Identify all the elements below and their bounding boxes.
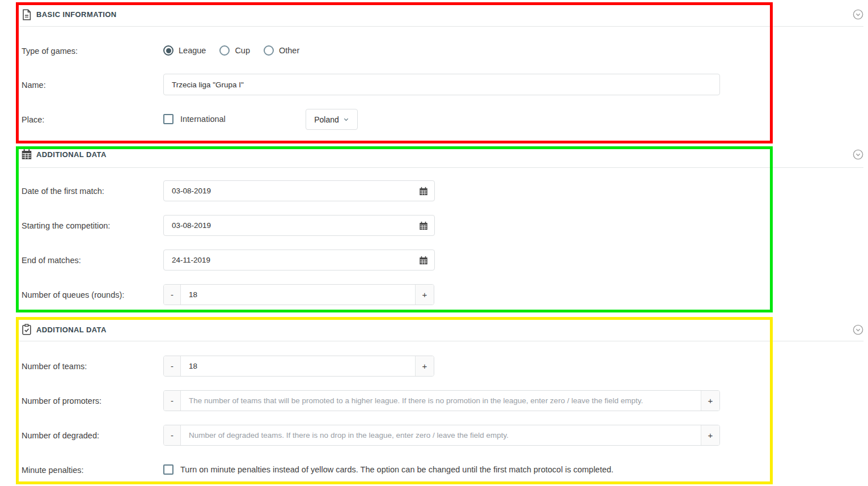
number-of-queues-input[interactable] — [181, 285, 415, 305]
promoters-decrement-button[interactable]: - — [164, 391, 181, 411]
calendar-icon — [20, 148, 33, 160]
minute-penalties-label: Minute penalties: — [22, 465, 84, 475]
annotation-box-basic-information — [16, 2, 773, 143]
document-icon — [20, 9, 33, 21]
country-select[interactable]: Poland — [306, 109, 358, 130]
radio-other-label[interactable]: Other — [279, 46, 299, 55]
end-of-matches-input[interactable] — [163, 250, 435, 271]
number-of-queues-stepper: - + — [163, 284, 434, 305]
section-title-basic-information: BASIC INFORMATION — [36, 10, 117, 19]
number-of-degraded-label: Number of degraded: — [22, 430, 99, 441]
promoters-increment-button[interactable]: + — [701, 391, 719, 411]
calendar-picker-icon[interactable] — [418, 186, 429, 196]
section-divider — [19, 26, 863, 27]
place-label: Place: — [22, 115, 44, 125]
chevron-down-circle-icon — [852, 149, 864, 160]
clipboard-check-icon — [20, 323, 33, 336]
degraded-increment-button[interactable]: + — [701, 425, 719, 445]
section-title-additional-data-teams: ADDITIONAL DATA — [36, 326, 107, 334]
chevron-down-circle-icon — [852, 9, 864, 20]
queues-increment-button[interactable]: + — [415, 285, 434, 305]
type-of-games-label: Type of games: — [22, 46, 78, 56]
calendar-picker-icon[interactable] — [418, 255, 429, 265]
number-of-queues-label: Number of queues (rounds): — [22, 290, 124, 300]
starting-competition-field — [163, 215, 435, 236]
radio-cup-label[interactable]: Cup — [235, 46, 250, 55]
number-of-teams-stepper: - + — [163, 356, 434, 377]
end-of-matches-label: End of matches: — [22, 255, 81, 265]
number-of-promoters-input[interactable] — [181, 391, 701, 411]
international-checkbox-label[interactable]: International — [180, 115, 226, 124]
number-of-promoters-stepper: - + — [163, 390, 720, 411]
section-divider — [19, 341, 863, 341]
collapse-section-basic-button[interactable] — [852, 9, 864, 20]
name-input[interactable] — [163, 74, 720, 95]
section-divider — [19, 167, 863, 168]
degraded-decrement-button[interactable]: - — [164, 425, 181, 445]
type-of-games-radio-group: League Cup Other — [163, 45, 299, 56]
radio-league-label[interactable]: League — [179, 46, 206, 55]
section-title-additional-data-schedule: ADDITIONAL DATA — [36, 150, 107, 159]
number-of-teams-input[interactable] — [181, 356, 415, 376]
radio-option-other[interactable]: Other — [264, 45, 299, 56]
number-of-teams-label: Number of teams: — [22, 361, 87, 371]
radio-league[interactable] — [163, 45, 173, 56]
collapse-section-teams-button[interactable] — [852, 324, 864, 336]
collapse-section-schedule-button[interactable] — [852, 149, 864, 160]
minute-penalties-checkbox-label[interactable]: Turn on minute penalties instead of yell… — [180, 465, 613, 474]
international-checkbox[interactable] — [163, 114, 173, 124]
radio-other[interactable] — [264, 45, 274, 56]
teams-decrement-button[interactable]: - — [164, 356, 181, 376]
queues-decrement-button[interactable]: - — [164, 285, 181, 305]
competition-settings-page: BASIC INFORMATION Type of games: League … — [0, 0, 868, 486]
chevron-down-icon — [343, 116, 349, 122]
end-of-matches-field — [163, 250, 435, 271]
first-match-date-input[interactable] — [163, 180, 435, 201]
first-match-date-field — [163, 180, 435, 201]
name-label: Name: — [22, 80, 46, 90]
radio-option-cup[interactable]: Cup — [219, 45, 250, 56]
starting-competition-label: Starting the competition: — [22, 221, 110, 231]
radio-option-league[interactable]: League — [163, 45, 206, 56]
teams-increment-button[interactable]: + — [415, 356, 434, 376]
minute-penalties-checkbox[interactable] — [163, 464, 173, 475]
number-of-promoters-label: Number of promoters: — [22, 396, 101, 406]
country-select-value: Poland — [314, 115, 339, 124]
radio-cup[interactable] — [219, 45, 230, 56]
number-of-degraded-stepper: - + — [163, 425, 720, 446]
chevron-down-circle-icon — [852, 324, 864, 336]
calendar-picker-icon[interactable] — [418, 221, 429, 231]
first-match-date-label: Date of the first match: — [22, 186, 104, 196]
starting-competition-input[interactable] — [163, 215, 435, 236]
number-of-degraded-input[interactable] — [181, 425, 701, 445]
